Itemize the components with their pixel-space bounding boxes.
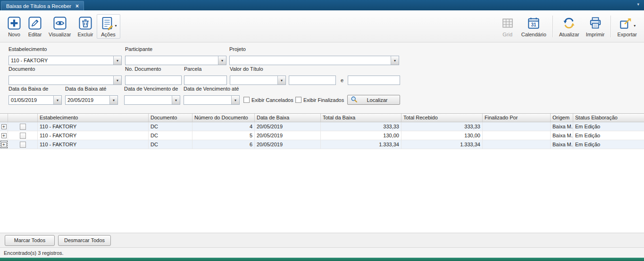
visualizar-button[interactable]: Visualizar	[45, 14, 75, 39]
chevron-down-icon[interactable]: ▾	[113, 76, 121, 84]
chevron-down-icon[interactable]: ▾	[113, 56, 121, 65]
data-baixa-de-value: 01/05/2019	[9, 96, 53, 104]
novo-button[interactable]: Novo	[4, 14, 25, 39]
data-baixa-de-label: Data da Baixa de	[8, 86, 48, 92]
tab-list-chevron-down-icon[interactable]: ▾	[637, 2, 639, 7]
data-baixa-ate-value: 20/05/2019	[66, 96, 109, 104]
column-header-estabelecimento[interactable]: Estabelecimento	[38, 114, 149, 122]
editar-button[interactable]: Editar	[25, 14, 45, 39]
atualizar-button[interactable]: Atualizar	[556, 14, 583, 39]
cell-estabelecimento: 110 - FAKTORY	[38, 122, 149, 131]
expander-column-header	[0, 114, 8, 122]
column-header-total-baixa[interactable]: Total da Baixa	[321, 114, 401, 122]
printer-icon	[588, 16, 602, 31]
cell-numero-documento: 5	[192, 131, 255, 140]
pencil-icon	[28, 16, 42, 31]
chevron-down-icon[interactable]: ▾	[277, 76, 285, 84]
participante-select[interactable]: ▾	[125, 56, 226, 65]
column-header-data-baixa[interactable]: Data de Baixa	[255, 114, 321, 122]
chevron-down-icon[interactable]: ▾	[634, 24, 636, 28]
column-header-status-elaboracao[interactable]: Status Elaboração	[573, 114, 644, 122]
parcela-input[interactable]	[184, 76, 227, 85]
grid-icon	[501, 16, 515, 31]
cell-total-recebido: 333,33	[401, 122, 483, 131]
acoes-button[interactable]: ▾ Ações	[97, 14, 120, 39]
table-row[interactable]: + 110 - FAKTORY DC 4 20/05/2019 333,33 3…	[0, 122, 644, 131]
documento-select[interactable]: ▾	[8, 76, 122, 85]
data-baixa-ate-label: Data da Baixa até	[65, 86, 106, 92]
calendario-button[interactable]: 31 Calendário	[518, 14, 550, 39]
desmarcar-todos-button[interactable]: Desmarcar Todos	[58, 235, 111, 246]
row-checkbox[interactable]	[8, 122, 38, 131]
row-checkbox[interactable]	[8, 140, 38, 149]
data-vencimento-ate-value	[184, 96, 231, 104]
toolbar-left-group: Novo Editar Visualizar Excluir	[4, 12, 120, 41]
column-header-origem[interactable]: Origem	[551, 114, 573, 122]
expand-plus-icon: +	[1, 142, 7, 147]
chevron-down-icon[interactable]: ▾	[172, 96, 180, 104]
row-checkbox[interactable]	[8, 131, 38, 140]
trash-icon	[78, 16, 92, 31]
record-count-text: Encontrado(s) 3 registros.	[4, 250, 64, 256]
no-documento-value	[125, 76, 181, 84]
imprimir-button[interactable]: Imprimir	[583, 14, 608, 39]
row-expander[interactable]: +	[0, 131, 8, 140]
window-bottom-edge	[0, 258, 644, 261]
cell-data-baixa: 20/05/2019	[255, 122, 321, 131]
expand-plus-icon: +	[1, 133, 7, 138]
participante-value	[125, 56, 218, 65]
cell-total-baixa: 1.333,34	[321, 140, 401, 149]
estabelecimento-select[interactable]: 110 - FAKTORY ▾	[8, 56, 122, 65]
column-header-finalizado-por[interactable]: Finalizado Por	[483, 114, 551, 122]
chevron-down-icon[interactable]: ▾	[218, 56, 226, 65]
checkbox-box	[20, 142, 26, 148]
tab-title: Baixas de Títulos a Receber	[6, 3, 71, 9]
estabelecimento-value: 110 - FAKTORY	[9, 56, 113, 65]
plus-icon	[7, 16, 21, 31]
tab-baixas-titulos[interactable]: Baixas de Títulos a Receber ×	[1, 1, 84, 10]
row-expander[interactable]: +	[0, 140, 8, 149]
valor-titulo-from-input[interactable]	[289, 76, 336, 85]
cell-origem: Baixa M...	[551, 140, 573, 149]
checkbox-box	[20, 133, 26, 139]
exibir-finalizados-checkbox[interactable]: Exibir Finalizados	[295, 97, 344, 103]
data-baixa-de-select[interactable]: 01/05/2019 ▾	[8, 95, 62, 105]
column-header-documento[interactable]: Documento	[149, 114, 192, 122]
excluir-button[interactable]: Excluir	[75, 14, 97, 39]
table-row[interactable]: + 110 - FAKTORY DC 5 20/05/2019 130,00 1…	[0, 131, 644, 140]
data-vencimento-de-select[interactable]: ▾	[124, 95, 180, 105]
data-vencimento-ate-select[interactable]: ▾	[184, 95, 240, 105]
chevron-down-icon[interactable]: ▾	[109, 96, 117, 104]
toolbar-separator	[552, 16, 553, 37]
cell-finalizado-por	[483, 140, 551, 149]
localizar-button[interactable]: Localizar	[347, 95, 400, 105]
cell-finalizado-por	[483, 122, 551, 131]
valor-titulo-operator-select[interactable]: ▾	[230, 76, 286, 85]
cell-numero-documento: 4	[192, 122, 255, 131]
data-vencimento-de-label: Data de Vencimento de	[124, 86, 178, 92]
valor-titulo-to-input[interactable]	[348, 76, 400, 85]
cell-documento: DC	[149, 131, 192, 140]
no-documento-input[interactable]	[125, 76, 182, 85]
cell-total-recebido: 1.333,34	[401, 140, 483, 149]
exibir-cancelados-checkbox[interactable]: Exibir Cancelados	[243, 97, 293, 103]
table-row[interactable]: + 110 - FAKTORY DC 6 20/05/2019 1.333,34…	[0, 140, 644, 149]
row-expander[interactable]: +	[0, 122, 8, 131]
data-baixa-ate-select[interactable]: 20/05/2019 ▾	[65, 95, 118, 105]
eye-icon	[53, 16, 67, 31]
expand-plus-icon: +	[1, 124, 7, 129]
chevron-down-icon[interactable]: ▾	[391, 56, 399, 65]
marcar-todos-button[interactable]: Marcar Todos	[5, 235, 55, 246]
valor-titulo-to-value	[348, 76, 400, 84]
chevron-down-icon[interactable]: ▾	[115, 24, 117, 28]
valor-titulo-from-value	[289, 76, 335, 84]
close-icon[interactable]: ×	[75, 3, 79, 9]
column-header-numero-documento[interactable]: Número do Documento	[192, 114, 255, 122]
projeto-select[interactable]: ▾	[229, 56, 399, 65]
chevron-down-icon[interactable]: ▾	[53, 96, 61, 104]
chevron-down-icon[interactable]: ▾	[231, 96, 239, 104]
column-header-total-recebido[interactable]: Total Recebido	[401, 114, 483, 122]
exportar-button[interactable]: ▾ Exportar	[614, 14, 640, 39]
selection-footer: Marcar Todos Desmarcar Todos	[0, 233, 644, 247]
data-vencimento-de-value	[125, 96, 172, 104]
